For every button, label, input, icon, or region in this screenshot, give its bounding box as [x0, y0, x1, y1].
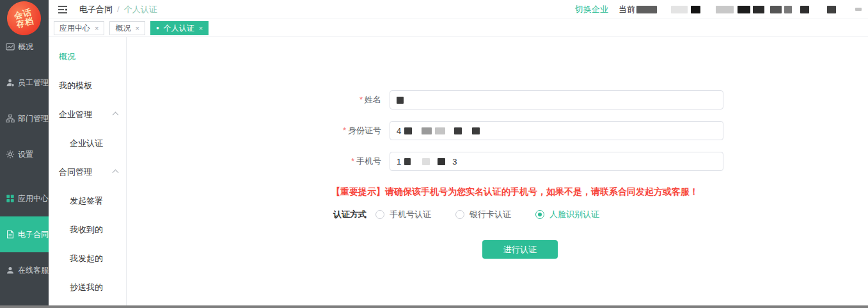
submenu-label: 企业管理: [59, 109, 92, 120]
redaction-block: [422, 158, 430, 165]
chevron-up-icon: [113, 170, 119, 176]
submenu-item-overview[interactable]: 概况: [49, 42, 126, 71]
id-number-label: *身份证号: [306, 125, 390, 136]
sidebar-item-label: 在线客服: [18, 265, 49, 276]
radio-face-auth[interactable]: 人脸识别认证: [535, 209, 599, 220]
radio-phone-auth[interactable]: 手机号认证: [375, 209, 431, 220]
service-icon: [6, 266, 15, 275]
redaction-block: [397, 97, 404, 104]
redaction-block: [770, 6, 782, 13]
redaction-block: [738, 6, 750, 13]
redaction-block: [422, 127, 432, 134]
redaction-block: [784, 6, 792, 13]
switch-company-link[interactable]: 切换企业: [575, 4, 608, 15]
tab-app-center[interactable]: 应用中心 ×: [54, 21, 104, 35]
breadcrumb-app[interactable]: 电子合同: [79, 4, 113, 15]
name-label: *姓名: [306, 94, 390, 106]
submenu-item-my-templates[interactable]: 我的模板: [49, 71, 126, 100]
sidebar-item-settings[interactable]: 设置: [0, 136, 49, 172]
important-notice-text: 【重要提示】请确保该手机号为您实名认证的手机号，如果不是，请联系合同发起方或客服…: [306, 185, 723, 198]
close-icon[interactable]: ×: [135, 24, 139, 32]
redaction-block: [454, 127, 462, 134]
grid-icon: [6, 194, 15, 203]
current-company-prefix: 当前: [619, 4, 635, 15]
contract-icon: [6, 230, 15, 239]
org-icon: [6, 114, 15, 123]
sidebar-item-label: 员工管理: [18, 77, 49, 88]
close-icon[interactable]: ×: [95, 24, 99, 32]
required-mark: *: [359, 95, 363, 104]
redaction-block: [472, 127, 480, 134]
proceed-auth-button[interactable]: 进行认证: [482, 240, 558, 259]
sidebar-item-online-service[interactable]: 在线客服: [0, 252, 49, 288]
personal-auth-form: *姓名 *身份证号 4 *手机号 1: [306, 90, 723, 259]
radio-label: 人脸识别认证: [549, 209, 599, 220]
submenu-item-cc-me[interactable]: 抄送我的: [49, 273, 126, 302]
submenu-item-initiated[interactable]: 我发起的: [49, 244, 126, 273]
chart-icon: [6, 42, 15, 51]
secondary-sidebar: 概况 我的模板 企业管理 企业认证 合同管理 发起签署 我收到的 我发起的 抄送…: [49, 37, 127, 305]
primary-sidebar: 会话 存档 概况 员工管理 部门管理 设置 应用中心 电子合同: [0, 0, 49, 305]
redaction-block: [716, 6, 734, 13]
sidebar-item-departments[interactable]: 部门管理: [0, 101, 49, 136]
topbar: 电子合同 / 个人认证 切换企业 当前: [49, 0, 868, 19]
radio-circle-icon[interactable]: [455, 210, 464, 219]
redaction-block: [671, 6, 688, 13]
redaction-block: [636, 6, 657, 13]
sidebar-item-label: 电子合同: [18, 229, 49, 240]
submenu-item-contract-mgmt[interactable]: 合同管理: [49, 158, 126, 186]
breadcrumb-current-page: 个人认证: [124, 4, 157, 15]
redaction-block: [404, 127, 412, 134]
redaction-block: [753, 6, 764, 13]
redaction-block: [855, 8, 862, 11]
sidebar-item-label: 概况: [18, 42, 33, 53]
sidebar-item-app-center[interactable]: 应用中心: [0, 181, 49, 216]
phone-visible-prefix: 1: [397, 157, 401, 166]
submenu-item-enterprise-mgmt[interactable]: 企业管理: [49, 100, 126, 129]
id-number-input[interactable]: 4: [390, 121, 723, 140]
submenu-label: 发起签署: [70, 195, 103, 207]
main-content: *姓名 *身份证号 4 *手机号 1: [127, 37, 868, 305]
name-input[interactable]: [390, 90, 723, 109]
current-company-redacted: [636, 6, 862, 13]
field-label-text: 姓名: [365, 95, 381, 104]
form-row-phone: *手机号 1 3: [306, 152, 723, 171]
tab-label: 概况: [115, 23, 130, 34]
topbar-right: 切换企业 当前: [575, 4, 862, 15]
submenu-item-initiate-sign[interactable]: 发起签署: [49, 186, 126, 215]
auth-method-label: 认证方式: [333, 209, 367, 220]
tab-label: 个人认证: [164, 23, 194, 34]
bottom-scrollbar[interactable]: [0, 305, 868, 308]
sidebar-item-overview[interactable]: 概况: [0, 29, 49, 65]
gear-icon: [6, 150, 15, 159]
user-icon: [6, 78, 15, 87]
tab-label: 应用中心: [59, 23, 90, 34]
radio-label: 手机号认证: [390, 209, 431, 220]
sidebar-item-employees[interactable]: 员工管理: [0, 65, 49, 101]
redaction-block: [404, 158, 411, 165]
redaction-block: [827, 6, 836, 13]
submenu-item-enterprise-auth[interactable]: 企业认证: [49, 129, 126, 158]
close-icon[interactable]: ×: [199, 24, 203, 32]
radio-label: 银行卡认证: [470, 209, 511, 220]
submenu-label: 我发起的: [70, 253, 103, 264]
radio-circle-icon[interactable]: [535, 210, 544, 219]
breadcrumb-separator: /: [117, 4, 120, 14]
phone-label: *手机号: [306, 156, 390, 167]
phone-input[interactable]: 1 3: [390, 152, 723, 171]
tab-overview[interactable]: 概况 ×: [109, 21, 145, 35]
menu-fold-icon[interactable]: [58, 5, 68, 14]
required-mark: *: [351, 156, 354, 166]
submenu-item-received[interactable]: 我收到的: [49, 215, 126, 244]
form-row-name: *姓名: [306, 90, 723, 109]
radio-circle-icon[interactable]: [375, 210, 384, 219]
id-visible-prefix: 4: [397, 126, 401, 136]
tabbar: 应用中心 × 概况 × ● 个人认证 ×: [49, 20, 868, 37]
sidebar-item-e-contract[interactable]: 电子合同: [0, 216, 49, 252]
submenu-label: 我收到的: [70, 224, 103, 236]
radio-bankcard-auth[interactable]: 银行卡认证: [455, 209, 511, 220]
primary-nav-top: 概况 员工管理 部门管理 设置: [0, 29, 49, 172]
active-dot-icon: ●: [156, 26, 159, 31]
tab-personal-auth[interactable]: ● 个人认证 ×: [150, 21, 209, 35]
field-label-text: 手机号: [356, 156, 381, 166]
